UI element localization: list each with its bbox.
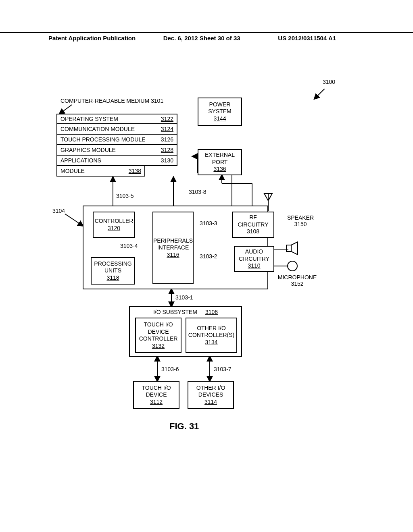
extport-ref: 3136 (213, 166, 226, 173)
svg-point-27 (288, 261, 297, 271)
otherdev-label: OTHER I/O DEVICES (191, 384, 231, 399)
ref-3103-6: 3103-6 (161, 366, 179, 372)
touchdev-label: TOUCH I/O DEVICE (136, 384, 176, 399)
row-apps: APPLICATIONS 3130 (56, 156, 177, 166)
header-left: Patent Application Publication (0, 35, 163, 42)
audio-label: AUDIO CIRCUITRY (237, 248, 271, 262)
ref-3103-4: 3103-4 (120, 243, 138, 249)
box-processing: PROCESSING UNITS 3118 (91, 257, 135, 285)
box-power: POWER SYSTEM 3144 (198, 98, 242, 126)
box-peripherals: PERIPHERALS INTERFACE 3116 (152, 212, 194, 284)
box-rf: RF CIRCUITRY 3108 (232, 212, 274, 238)
row-graphics-label: GRAPHICS MODULE (60, 147, 158, 153)
box-touchctrl: TOUCH I/O DEVICE CONTROLLER 3132 (135, 318, 181, 353)
power-ref: 3144 (213, 115, 226, 123)
row-module-ref: 3138 (129, 168, 141, 174)
controller-label: CONTROLLER (95, 218, 133, 225)
ref-3103-3: 3103-3 (200, 220, 217, 227)
speaker-icon (286, 241, 302, 257)
diagram: 3100 COMPUTER-READABLE MEDIUM 3101 OPERA… (48, 89, 367, 431)
medium-title: COMPUTER-READABLE MEDIUM 3101 (60, 98, 163, 104)
microphone-icon (286, 260, 298, 272)
extport-label: EXTERNAL PORT (201, 152, 239, 166)
controller-ref: 3120 (108, 225, 120, 232)
rf-label: RF CIRCUITRY (235, 214, 271, 228)
row-comm-ref: 3124 (161, 126, 173, 132)
row-os: OPERATING SYSTEM 3122 (56, 114, 177, 124)
ref-3103-5: 3103-5 (116, 193, 134, 199)
touchctrl-ref: 3132 (152, 343, 165, 350)
svg-line-2 (65, 214, 83, 226)
row-module-label: MODULE (60, 168, 125, 174)
iosub-label: I/O SUBSYSTEM (153, 309, 197, 316)
row-apps-ref: 3130 (161, 157, 173, 164)
row-touchproc-ref: 3126 (161, 136, 173, 143)
row-os-label: OPERATING SYSTEM (60, 116, 158, 122)
otherctrl-label: OTHER I/O CONTROLLER(S) (188, 325, 234, 339)
box-extport: EXTERNAL PORT 3136 (198, 149, 242, 175)
svg-line-0 (315, 89, 327, 99)
touchdev-ref: 3112 (150, 399, 163, 406)
ref-3104: 3104 (52, 208, 65, 214)
touchctrl-label: TOUCH I/O DEVICE CONTROLLER (138, 321, 178, 343)
row-comm: COMMUNICATION MODULE 3124 (56, 124, 177, 135)
row-graphics-ref: 3128 (161, 147, 173, 153)
row-os-ref: 3122 (161, 116, 173, 122)
row-comm-label: COMMUNICATION MODULE (60, 126, 158, 132)
peripherals-label: PERIPHERALS INTERFACE (153, 237, 193, 251)
speaker-label: SPEAKER3150 (284, 214, 317, 227)
otherctrl-ref: 3134 (205, 339, 217, 346)
figure-caption: FIG. 31 (169, 421, 199, 432)
ref-3103-2: 3103-2 (200, 253, 217, 260)
row-touchproc-label: TOUCH PROCESSING MODULE (60, 136, 158, 143)
page-header: Patent Application Publication Dec. 6, 2… (0, 32, 413, 42)
audio-ref: 3110 (248, 262, 260, 270)
otherdev-ref: 3114 (204, 399, 217, 406)
ref-3103-1: 3103-1 (175, 294, 193, 301)
rf-ref: 3108 (247, 228, 259, 235)
iosub-ref: 3106 (205, 309, 218, 316)
box-touchdev: TOUCH I/O DEVICE 3112 (133, 381, 179, 409)
power-label: POWER SYSTEM (201, 101, 239, 115)
header-mid: Dec. 6, 2012 Sheet 30 of 33 (163, 35, 278, 42)
box-controller: CONTROLLER 3120 (93, 212, 135, 238)
ref-3100: 3100 (323, 79, 335, 85)
svg-rect-26 (286, 245, 291, 251)
svg-line-1 (60, 105, 72, 114)
row-apps-label: APPLICATIONS (60, 157, 158, 164)
ref-3103-8: 3103-8 (189, 189, 206, 195)
processing-label: PROCESSING UNITS (94, 260, 132, 274)
microphone-label: MICROPHONE3152 (275, 274, 319, 287)
ref-3103-7: 3103-7 (214, 366, 232, 372)
processing-ref: 3118 (106, 274, 119, 282)
header-right: US 2012/0311504 A1 (278, 35, 413, 42)
row-module: MODULE 3138 (56, 166, 145, 177)
row-graphics: GRAPHICS MODULE 3128 (56, 145, 177, 156)
row-touchproc: TOUCH PROCESSING MODULE 3126 (56, 135, 177, 145)
peripherals-ref: 3116 (167, 251, 179, 259)
box-otherdev: OTHER I/O DEVICES 3114 (188, 381, 234, 409)
box-audio: AUDIO CIRCUITRY 3110 (234, 246, 274, 272)
box-otherctrl: OTHER I/O CONTROLLER(S) 3134 (186, 318, 237, 353)
